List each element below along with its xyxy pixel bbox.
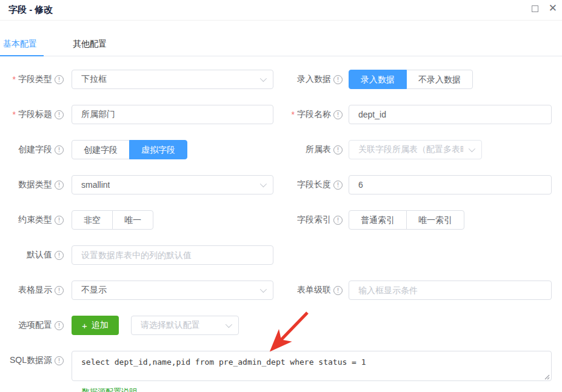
tab-bar: 基本配置 其他配置 <box>0 21 562 56</box>
form-row: 默认值 ! <box>0 245 562 265</box>
info-icon[interactable]: ! <box>333 181 343 190</box>
data-type-label: 数据类型 ! <box>0 175 64 194</box>
info-icon[interactable]: ! <box>333 216 343 225</box>
form-row: 选项配置 ! + 追加 请选择默认配置 <box>0 316 562 335</box>
form-row: * 字段标题 ! * 字段名称 ! <box>0 105 562 124</box>
info-icon[interactable]: ! <box>55 286 64 295</box>
create-field-option-virtual[interactable]: 虚拟字段 <box>129 140 187 159</box>
field-type-select[interactable]: 下拉框 <box>72 70 273 89</box>
maximize-icon <box>532 5 538 12</box>
field-index-toggle: 普通索引 唯一索引 <box>349 210 464 230</box>
close-icon: ✕ <box>549 2 557 14</box>
field-length-label: 字段长度 ! <box>281 175 343 194</box>
entry-data-toggle: 录入数据 不录入数据 <box>349 70 473 89</box>
required-marker: * <box>13 75 16 84</box>
info-icon[interactable]: ! <box>55 75 64 84</box>
create-field-toggle: 创建字段 虚拟字段 <box>72 140 187 159</box>
info-icon[interactable]: ! <box>55 181 64 190</box>
required-marker: * <box>292 110 295 119</box>
info-icon[interactable]: ! <box>55 356 64 365</box>
form-row: SQL数据源 ! <box>0 351 562 384</box>
constraint-type-label: 约束类型 ! <box>0 210 64 230</box>
form-row: 创建字段 ! 创建字段 虚拟字段 所属表 ! 关联字段所属表（配置 <box>0 140 562 159</box>
footer-link[interactable]: 数据源配置说明 <box>82 387 137 392</box>
chevron-down-icon <box>260 286 267 293</box>
info-icon[interactable]: ! <box>55 251 64 260</box>
constraint-type-toggle: 非空 唯一 <box>72 210 153 230</box>
info-icon[interactable]: ! <box>55 145 64 154</box>
field-title-input[interactable] <box>72 105 273 124</box>
tab-basic-config[interactable]: 基本配置 <box>0 33 40 56</box>
chevron-down-icon <box>260 75 267 82</box>
form-row: 数据类型 ! smallint 字段长度 ! <box>0 175 562 194</box>
chevron-down-icon <box>469 145 475 152</box>
info-icon[interactable]: ! <box>55 110 64 119</box>
chevron-down-icon <box>260 181 267 187</box>
default-config-select[interactable]: 请选择默认配置 <box>131 316 239 335</box>
maximize-button[interactable] <box>531 4 540 13</box>
plus-icon: + <box>82 321 87 330</box>
info-icon[interactable]: ! <box>333 145 343 154</box>
tab-other-config[interactable]: 其他配置 <box>70 33 110 56</box>
default-value-label: 默认值 ! <box>0 245 64 265</box>
constraint-option-notnull[interactable]: 非空 <box>72 210 113 230</box>
belong-table-label: 所属表 ! <box>281 140 343 159</box>
form-cascade-label: 表单级联 ! <box>281 281 343 300</box>
table-display-label: 表格显示 ! <box>0 281 64 300</box>
form-row: 约束类型 ! 非空 唯一 字段索引 ! 普通索引 <box>0 210 562 230</box>
dialog-title: 字段 - 修改 <box>8 4 53 16</box>
close-button[interactable]: ✕ <box>549 4 557 13</box>
sql-source-label: SQL数据源 ! <box>0 351 64 370</box>
sql-source-textarea[interactable] <box>72 351 552 381</box>
field-index-label: 字段索引 ! <box>281 210 343 230</box>
field-title-label: * 字段标题 ! <box>0 105 64 124</box>
create-field-label: 创建字段 ! <box>0 140 64 159</box>
index-option-unique[interactable]: 唯一索引 <box>406 210 464 230</box>
form-row: 表格显示 ! 不显示 表单级联 ! <box>0 281 562 300</box>
info-icon[interactable]: ! <box>55 321 64 330</box>
append-button[interactable]: + 追加 <box>72 316 119 335</box>
info-icon[interactable]: ! <box>333 286 343 295</box>
field-type-label: * 字段类型 ! <box>0 70 64 89</box>
constraint-option-unique[interactable]: 唯一 <box>112 210 153 230</box>
window-controls: ✕ <box>531 4 557 13</box>
info-icon[interactable]: ! <box>333 110 343 119</box>
table-display-select[interactable]: 不显示 <box>72 281 273 300</box>
option-config-label: 选项配置 ! <box>0 316 64 335</box>
info-icon[interactable]: ! <box>333 75 343 84</box>
field-name-label: * 字段名称 ! <box>281 105 343 124</box>
required-marker: * <box>13 110 16 119</box>
default-value-input[interactable] <box>72 245 273 265</box>
index-option-normal[interactable]: 普通索引 <box>349 210 407 230</box>
info-icon[interactable]: ! <box>55 216 64 225</box>
entry-data-label: 录入数据 ! <box>281 70 343 89</box>
field-edit-dialog: 字段 - 修改 ✕ 基本配置 其他配置 * 字段类型 ! <box>0 0 562 392</box>
belong-table-select[interactable]: 关联字段所属表（配置多表时 <box>349 140 482 159</box>
form-cascade-input[interactable] <box>349 281 552 300</box>
dialog-header: 字段 - 修改 ✕ <box>0 0 562 21</box>
data-type-select[interactable]: smallint <box>72 175 273 194</box>
field-name-input[interactable] <box>349 105 552 124</box>
field-length-input[interactable] <box>349 175 552 194</box>
field-config-form: * 字段类型 ! 下拉框 录入数据 ! 录入 <box>0 56 562 384</box>
entry-data-option-yes[interactable]: 录入数据 <box>349 70 407 89</box>
entry-data-option-no[interactable]: 不录入数据 <box>406 70 473 89</box>
create-field-option-create[interactable]: 创建字段 <box>72 140 130 159</box>
form-row: * 字段类型 ! 下拉框 录入数据 ! 录入 <box>0 70 562 89</box>
chevron-down-icon <box>226 321 232 328</box>
